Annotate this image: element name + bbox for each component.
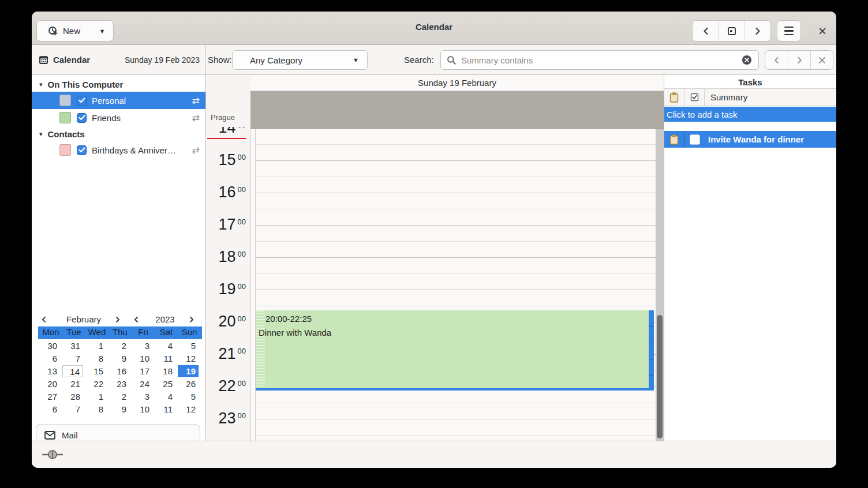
mini-calendar-day[interactable]: 13: [39, 365, 60, 377]
switcher-label: Mail: [62, 430, 78, 440]
mini-calendar-day[interactable]: 17: [132, 365, 152, 377]
mini-calendar-day[interactable]: 25: [155, 378, 175, 390]
menu-button[interactable]: [777, 20, 801, 42]
task-checkbox[interactable]: [690, 134, 700, 145]
previous-month-button[interactable]: [39, 314, 49, 325]
online-status-icon[interactable]: [41, 449, 64, 460]
mini-calendar-day[interactable]: 31: [62, 340, 83, 352]
mini-calendar-day[interactable]: 30: [39, 340, 60, 352]
tasks-column-header: Summary: [664, 88, 836, 106]
mini-calendar-day[interactable]: 12: [178, 403, 199, 415]
clipboard-icon: [669, 92, 679, 103]
checkbox[interactable]: [77, 145, 87, 155]
hour-number: 19: [218, 280, 235, 298]
mini-calendar-day[interactable]: 6: [39, 352, 60, 365]
mini-calendar-day[interactable]: 12: [178, 352, 199, 365]
calendar-item-friends[interactable]: Friends⇄: [32, 109, 205, 126]
checkbox[interactable]: [77, 113, 87, 123]
mini-calendar-day[interactable]: 10: [132, 403, 152, 415]
mini-calendar-day[interactable]: 6: [39, 403, 60, 415]
mini-calendar-day[interactable]: 23: [108, 378, 129, 390]
half-hour-line: [256, 435, 664, 436]
day-grid[interactable]: 20:00-22:25 Dinner with Wanda: [256, 129, 664, 441]
half-hour-line: [256, 403, 664, 403]
mini-calendar-day[interactable]: 4: [155, 340, 175, 352]
scrollbar-thumb[interactable]: [657, 315, 663, 438]
mini-calendar-day[interactable]: 1: [85, 391, 106, 403]
mini-calendar-day[interactable]: 26: [178, 378, 199, 390]
mini-calendar-day[interactable]: 7: [62, 352, 83, 365]
minute-suffix: 00: [238, 153, 246, 162]
mini-calendar-day[interactable]: 9: [108, 403, 129, 415]
hour-label-22: 2200: [218, 377, 246, 395]
color-swatch: [59, 144, 71, 156]
previous-year-button[interactable]: [131, 314, 141, 325]
mini-calendar-day[interactable]: 7: [62, 403, 83, 415]
mini-calendar-day[interactable]: 3: [132, 340, 152, 352]
calendar-item-birthdays-anniver[interactable]: Birthdays & Anniver…⇄: [32, 141, 205, 159]
add-task-row[interactable]: Click to add a task: [664, 107, 836, 122]
tree-group-contacts[interactable]: ▾Contacts: [32, 126, 205, 141]
mini-calendar-day[interactable]: 20: [39, 378, 60, 390]
event-resize-handle[interactable]: [256, 388, 654, 391]
task-title: Invite Wanda for dinner: [708, 134, 804, 144]
task-row-invite-wanda-for-dinner[interactable]: Invite Wanda for dinner: [664, 131, 836, 148]
mini-calendar-day[interactable]: 21: [62, 378, 83, 390]
minute-suffix: 00: [238, 185, 246, 194]
tree-group-on-this-computer[interactable]: ▾On This Computer: [32, 77, 205, 92]
scrollbar-track[interactable]: [656, 129, 664, 441]
summary-column-header[interactable]: Summary: [705, 92, 747, 102]
mini-calendar-day[interactable]: 16: [108, 365, 129, 377]
previous-button[interactable]: [693, 21, 719, 41]
mini-calendar-day[interactable]: 5: [178, 340, 199, 352]
mini-calendar-day[interactable]: 8: [85, 403, 106, 415]
mini-calendar-day[interactable]: 27: [39, 391, 60, 403]
hour-label-14: 1400: [218, 127, 246, 136]
mini-calendar-day[interactable]: 19: [178, 365, 199, 377]
clipboard-icon: [669, 134, 679, 145]
category-dropdown[interactable]: Any Category ▼: [232, 50, 368, 70]
search-placeholder: Summary contains: [461, 55, 736, 65]
mini-calendar-day[interactable]: 5: [178, 391, 199, 403]
mini-calendar-day[interactable]: 2: [108, 340, 129, 352]
today-button[interactable]: [719, 21, 744, 41]
mini-calendar-day[interactable]: 8: [85, 352, 106, 365]
next-button[interactable]: [744, 21, 770, 41]
event-selection-bar[interactable]: [649, 310, 654, 391]
mini-calendar-day[interactable]: 10: [132, 352, 152, 365]
mini-calendar-day[interactable]: 28: [62, 391, 83, 403]
minute-suffix: 00: [238, 217, 246, 226]
task-complete-column-header[interactable]: [684, 89, 705, 106]
task-type-column-header[interactable]: [664, 89, 684, 106]
close-button[interactable]: ×: [812, 21, 833, 42]
mini-calendar-day[interactable]: 18: [155, 365, 175, 377]
mini-calendar-day[interactable]: 9: [108, 352, 129, 365]
search-next-button[interactable]: [788, 51, 810, 69]
hour-label-19: 1900: [218, 280, 246, 298]
chevron-right-icon: [754, 27, 761, 35]
search-close-button[interactable]: [810, 51, 833, 69]
mini-calendar-day[interactable]: 15: [85, 365, 106, 377]
evolution-window: New ▼ Calendar × Calendar Sunday 19 Feb …: [32, 12, 836, 468]
next-month-button[interactable]: [113, 314, 123, 325]
search-previous-button[interactable]: [765, 51, 788, 69]
mini-calendar-day[interactable]: 24: [132, 378, 152, 390]
mini-calendar-day[interactable]: 22: [85, 378, 106, 390]
calendar-item-personal[interactable]: Personal⇄: [32, 92, 205, 109]
hour-number: 22: [218, 377, 235, 395]
headerbar: New ▼ Calendar ×: [32, 12, 836, 45]
color-swatch: [59, 112, 71, 123]
mini-calendar-day[interactable]: 2: [108, 391, 129, 403]
next-year-button[interactable]: [186, 314, 197, 325]
checkbox[interactable]: [77, 96, 87, 106]
mini-calendar-day[interactable]: 11: [155, 403, 175, 415]
mini-calendar-day[interactable]: 1: [85, 340, 106, 352]
event-dinner-with-wanda[interactable]: 20:00-22:25 Dinner with Wanda: [256, 310, 654, 391]
mini-calendar-day[interactable]: 3: [132, 391, 152, 403]
all-day-events-area[interactable]: [250, 91, 664, 129]
clear-search-icon[interactable]: [741, 54, 753, 66]
mini-calendar-day[interactable]: 11: [155, 352, 175, 365]
search-input[interactable]: Summary contains: [440, 50, 759, 70]
mini-calendar-day[interactable]: 14: [62, 365, 83, 377]
mini-calendar-day[interactable]: 4: [155, 391, 175, 403]
